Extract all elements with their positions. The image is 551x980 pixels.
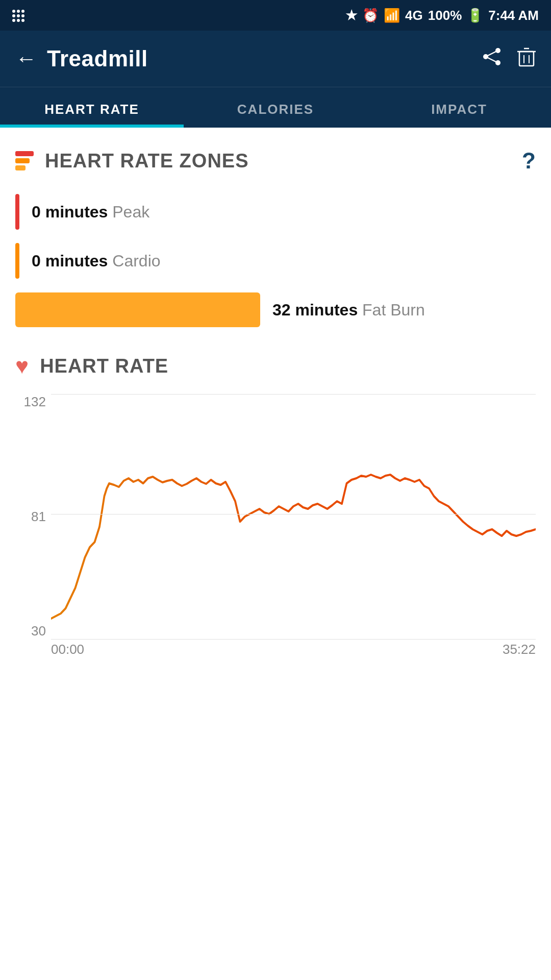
battery-percent: 100% <box>428 8 462 23</box>
chart-y-axis: 132 81 30 <box>15 394 46 659</box>
svg-line-3 <box>486 51 498 57</box>
time-display: 7:44 AM <box>488 8 539 23</box>
main-content: HEART RATE ZONES ? 0 minutes Peak 0 minu… <box>0 128 551 680</box>
heart-rate-chart: 132 81 30 <box>15 394 536 659</box>
peak-zone-indicator <box>15 194 19 230</box>
svg-rect-5 <box>519 52 534 66</box>
page-title: Treadmill <box>47 46 482 71</box>
chart-x-axis: 00:00 35:22 <box>51 639 536 659</box>
wifi-icon: 📶 <box>384 8 400 23</box>
tab-calories[interactable]: CALORIES <box>184 87 367 128</box>
zone-item-peak: 0 minutes Peak <box>15 194 536 230</box>
status-bar-left <box>12 10 23 21</box>
heart-rate-section-title: HEART RATE <box>40 355 168 377</box>
bluetooth-icon: ★ <box>345 8 357 23</box>
signal-strength: 4G <box>405 8 423 23</box>
fat-burn-zone-text: 32 minutes Fat Burn <box>272 301 425 320</box>
status-bar-right: ★ ⏰ 📶 4G 100% 🔋 7:44 AM <box>345 8 539 23</box>
heart-rate-zones-header: HEART RATE ZONES ? <box>15 148 536 174</box>
chart-plot-area <box>51 394 536 639</box>
y-label-mid: 81 <box>15 509 46 525</box>
cardio-zone-text: 0 minutes Cardio <box>32 252 161 271</box>
app-header: ← Treadmill <box>0 31 551 87</box>
battery-icon: 🔋 <box>467 8 483 23</box>
delete-button[interactable] <box>517 46 536 71</box>
app-grid-icon <box>12 10 23 21</box>
x-label-start: 00:00 <box>51 642 84 657</box>
tab-heart-rate[interactable]: HEART RATE <box>0 87 184 128</box>
tab-bar: HEART RATE CALORIES IMPACT <box>0 87 551 128</box>
heart-icon: ♥ <box>15 353 29 379</box>
y-label-max: 132 <box>15 394 46 410</box>
header-actions <box>482 46 536 71</box>
help-button[interactable]: ? <box>522 148 536 174</box>
grid-line-mid <box>51 514 536 514</box>
status-bar: ★ ⏰ 📶 4G 100% 🔋 7:44 AM <box>0 0 551 31</box>
cardio-zone-indicator <box>15 243 19 279</box>
share-button[interactable] <box>482 46 502 71</box>
svg-line-4 <box>486 57 498 63</box>
zone-item-cardio: 0 minutes Cardio <box>15 243 536 279</box>
fat-burn-zone-bar <box>15 292 260 327</box>
zones-list: 0 minutes Peak 0 minutes Cardio 32 minut… <box>15 194 536 328</box>
zones-stack-icon <box>15 151 34 170</box>
chart-svg <box>51 394 536 639</box>
zone-item-fat-burn: 32 minutes Fat Burn <box>15 292 536 328</box>
heart-rate-section-header: ♥ HEART RATE <box>15 353 536 379</box>
tab-impact[interactable]: IMPACT <box>367 87 551 128</box>
alarm-icon: ⏰ <box>362 8 379 23</box>
heart-rate-zones-title: HEART RATE ZONES <box>45 150 522 172</box>
y-label-min: 30 <box>15 623 46 639</box>
x-label-end: 35:22 <box>503 642 536 657</box>
grid-line-top <box>51 394 536 395</box>
back-button[interactable]: ← <box>15 46 37 71</box>
peak-zone-text: 0 minutes Peak <box>32 203 149 222</box>
